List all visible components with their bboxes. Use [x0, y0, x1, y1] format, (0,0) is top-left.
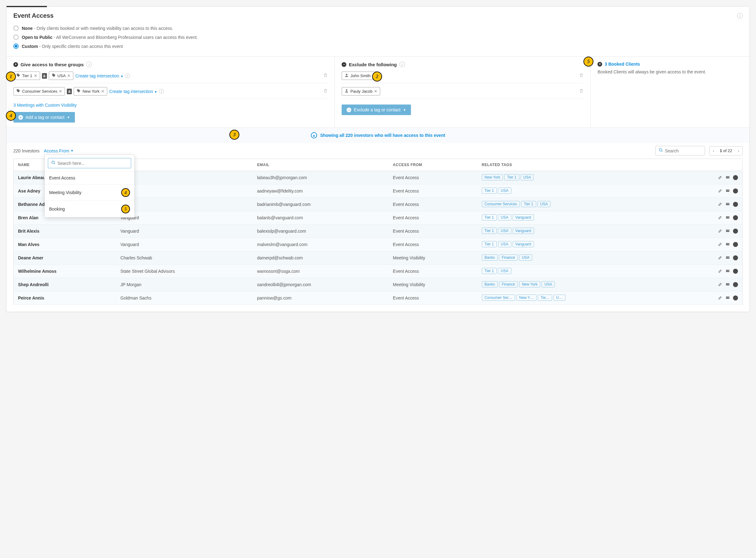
edit-icon[interactable] [718, 215, 723, 221]
exclude-tag-contact-button[interactable]: − Exclude a tag or contact ▼ [342, 104, 411, 115]
radio-option-none[interactable]: None - Only clients booked or with meeti… [14, 24, 742, 33]
card-icon[interactable] [726, 215, 730, 221]
related-tag[interactable]: USA [519, 254, 533, 261]
dropdown-item[interactable]: Event Access [45, 171, 134, 184]
card-icon[interactable] [726, 269, 730, 274]
related-tag[interactable]: Tier 1 [482, 187, 497, 194]
card-icon[interactable] [726, 229, 730, 234]
related-tag[interactable]: USA [521, 174, 534, 180]
info-icon[interactable]: i [125, 73, 130, 78]
card-icon[interactable] [726, 175, 730, 180]
card-icon[interactable] [726, 255, 730, 261]
add-tag-contact-button[interactable]: + Add a tag or contact ▼ [14, 112, 75, 123]
edit-icon[interactable] [718, 255, 723, 261]
related-tag[interactable]: USA [498, 241, 511, 247]
info-icon[interactable]: i [400, 61, 405, 67]
edit-icon[interactable] [718, 296, 723, 301]
table-search-input[interactable] [665, 148, 702, 153]
edit-icon[interactable] [718, 188, 723, 194]
card-icon[interactable] [726, 296, 730, 301]
info-icon[interactable]: i [86, 61, 92, 67]
edit-icon[interactable] [718, 242, 723, 247]
related-tag[interactable]: USA [498, 187, 511, 194]
remove-icon[interactable]: − [733, 242, 738, 247]
remove-icon[interactable]: − [733, 255, 738, 260]
related-tag[interactable]: New York [519, 281, 541, 287]
close-icon[interactable]: ✕ [59, 89, 62, 94]
info-icon[interactable]: i [737, 13, 742, 19]
edit-icon[interactable] [718, 175, 723, 180]
radio-option-public[interactable]: Open to Public - All WeConvene and Bloom… [14, 33, 742, 42]
related-tag[interactable]: Finance [499, 281, 518, 287]
tag-chip[interactable]: Consumer Services ✕ [14, 87, 65, 96]
close-icon[interactable]: ✕ [34, 73, 37, 78]
trash-icon[interactable] [323, 88, 328, 94]
close-icon[interactable]: ✕ [67, 73, 71, 78]
radio-option-custom[interactable]: Custom - Only specific clients can acces… [14, 42, 742, 51]
dropdown-item[interactable]: Meeting Visibility4 [45, 184, 134, 201]
related-tag[interactable]: New York [482, 174, 503, 180]
edit-icon[interactable] [718, 269, 723, 274]
remove-icon[interactable]: − [733, 202, 738, 207]
remove-icon[interactable]: − [733, 269, 738, 274]
remove-icon[interactable]: − [733, 229, 738, 234]
related-tag[interactable]: Banks [482, 281, 498, 287]
edit-icon[interactable] [718, 202, 723, 207]
related-tag[interactable]: USA [537, 201, 551, 207]
related-tag[interactable]: Vanguard [513, 228, 534, 234]
related-tag[interactable]: Consumer Ser… [482, 295, 515, 301]
related-tag[interactable]: Tier 1 [482, 228, 497, 234]
related-tag[interactable]: Vanguard [513, 241, 534, 247]
trash-icon[interactable] [579, 73, 584, 78]
booked-clients-link[interactable]: 3 Booked Clients [604, 61, 640, 67]
related-tag[interactable]: Finance [499, 254, 518, 261]
create-intersection-link[interactable]: Create tag intersection ▼ [109, 89, 157, 94]
dropdown-item[interactable]: Booking5 [45, 201, 134, 217]
meetings-visibility-link[interactable]: 3 Meetings with Custom Visibility [14, 103, 77, 108]
related-tag[interactable]: Tier 1 [521, 201, 536, 207]
related-tag[interactable]: Consumer Services [482, 201, 520, 207]
card-icon[interactable] [726, 202, 730, 207]
remove-icon[interactable]: − [733, 282, 738, 287]
prev-page-button[interactable]: ‹ [710, 147, 718, 155]
card-icon[interactable] [726, 188, 730, 194]
remove-icon[interactable]: − [733, 188, 738, 194]
related-tag[interactable]: USA [498, 214, 511, 221]
tag-chip[interactable]: Tier 1 ✕ [14, 72, 40, 80]
related-tag[interactable]: Tier 1 [482, 214, 497, 221]
remove-icon[interactable]: − [733, 215, 738, 220]
close-icon[interactable]: ✕ [101, 89, 104, 94]
next-page-button[interactable]: › [734, 147, 742, 155]
related-tag[interactable]: Vanguard [513, 214, 534, 221]
trash-icon[interactable] [579, 88, 584, 94]
contact-chip[interactable]: Pauly Jacob ✕ [342, 87, 380, 96]
dropdown-search[interactable] [48, 158, 131, 168]
card-icon[interactable] [726, 242, 730, 247]
card-icon[interactable] [726, 282, 730, 287]
related-tag[interactable]: New Y… [516, 295, 537, 301]
close-icon[interactable]: ✕ [374, 89, 377, 94]
related-tag[interactable]: Banks [482, 254, 498, 261]
related-tag[interactable]: U… [553, 295, 565, 301]
remove-icon[interactable]: − [733, 296, 738, 301]
related-tag[interactable]: USA [541, 281, 555, 287]
related-tag[interactable]: Tie… [538, 295, 552, 301]
remove-icon[interactable]: − [733, 175, 738, 180]
table-search[interactable] [655, 146, 705, 155]
edit-icon[interactable] [718, 229, 723, 234]
tag-label: USA [57, 73, 66, 78]
related-tag[interactable]: USA [498, 268, 511, 274]
dropdown-search-input[interactable] [57, 161, 128, 166]
related-tag[interactable]: USA [498, 228, 511, 234]
trash-icon[interactable] [323, 73, 328, 78]
tag-chip[interactable]: USA ✕ [49, 72, 74, 80]
related-tag[interactable]: Tier 1 [504, 174, 519, 180]
info-icon[interactable]: i [159, 89, 164, 94]
tag-chip[interactable]: New York ✕ [74, 87, 107, 96]
create-intersection-link[interactable]: Create tag intersection ▼ [75, 73, 124, 78]
related-tag[interactable]: Tier 1 [482, 268, 497, 274]
related-tag[interactable]: Tier 1 [482, 241, 497, 247]
investors-toggle-bar[interactable]: 3 ▲ Showing all 220 investors who will h… [6, 128, 750, 143]
edit-icon[interactable] [718, 282, 723, 287]
access-from-filter[interactable]: Access From ▼ [44, 148, 74, 153]
